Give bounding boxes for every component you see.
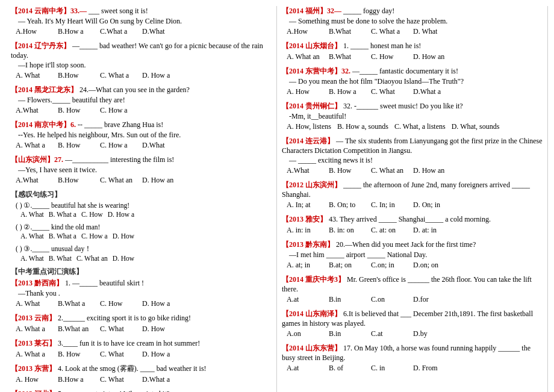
dialog-r1: — Something must be done to solve the ha… <box>289 17 543 26</box>
question-block-q1: 【2014 云南中考】33.— ___ sweet song it is! — … <box>11 6 272 36</box>
options-q5: A.What B.How C. What an D. How an <box>16 176 272 185</box>
practice-section-title: 【感叹句练习】 <box>11 190 272 200</box>
left-column: 【2014 云南中考】33.— ___ sweet song it is! — … <box>6 6 277 392</box>
question-header-r5: 【2014 连云港】 — The six students from Liany… <box>282 136 543 155</box>
question-block-q2: 【2014 辽宁丹东】 —_____ bad weather! We can't… <box>11 41 272 80</box>
pq3-text: ( ) ③._____ unusual day！ <box>16 244 272 254</box>
question-block-r5: 【2014 连云港】 — The six students from Liany… <box>282 136 543 175</box>
options-r4: A. How, listens B. How a, sounds C. What… <box>287 122 543 131</box>
question-block-r9: 【2014 重庆中考3】 Mr. Green's office is _____… <box>282 275 543 304</box>
exam-q3: 【2013 莱石】 3.____ fun it is to have ice c… <box>11 338 272 359</box>
question-block-r6: 【2012 山东滨州】 _____ the afternoon of June … <box>282 180 543 210</box>
options-r10: A.on B.in C.at D.by <box>287 329 543 338</box>
dialog-r4: -Mm, it__beautiful! <box>289 112 543 121</box>
options-q2: A. What B.How C. What a D. How a <box>16 71 272 80</box>
options-r8: A. at; in B.at; on C.on; in D.on; on <box>287 261 543 270</box>
question-header-q2: 【2014 辽宁丹东】 —_____ bad weather! We can't… <box>11 41 272 60</box>
options-q1: A.How B.How a C.What a D.What <box>16 27 272 36</box>
options-q4: A. What a B. How C. How a D.What <box>16 141 272 150</box>
question-header-q4: 【2014 南京中考】6. -- _____ brave Zhang Hua i… <box>11 120 272 130</box>
question-block-q5: 【山东滨州】27. —__________ interesting the fi… <box>11 155 272 185</box>
question-header-r10: 【2014 山东南泽】 6.It is believed that ___ De… <box>282 309 543 328</box>
dialog-q1: — Yeah. It's My Heart Will Go On sung by… <box>18 17 272 26</box>
dialog-q4: --Yes. He helped his neighbour, Mrs. Sun… <box>18 131 272 140</box>
options-q3: A.What B. How C. How a <box>16 106 272 115</box>
practice-q3: ( ) ③._____ unusual day！ A. What B. What… <box>11 244 272 262</box>
question-header-r1: 【2014 福州】32— _____ foggy day! <box>282 6 543 16</box>
question-header-r8: 【2013 黔东南】 20.—When did you meet Jack fo… <box>282 240 543 250</box>
question-header-q5: 【山东滨州】27. —__________ interesting the fi… <box>11 155 272 165</box>
question-header-q3: 【2014 黑龙江龙东】 24.—What can you see in the… <box>11 85 272 95</box>
options-r11: A.at B. of C. in D. From <box>287 364 543 373</box>
dialog-q3: — Flowers._____ beautiful they are! <box>18 96 272 105</box>
pq3-options: A. What B. What C. What an D. How <box>20 255 272 262</box>
eq2-header: 【2013 云南】 2.______ exciting sport it is … <box>11 313 272 323</box>
dialog-q2: —I hope it'll stop soon. <box>18 61 272 70</box>
eq1-dialog: —Thank you . <box>18 289 272 298</box>
options-r2: A. What an B.What C. How D. How an <box>287 52 543 61</box>
exam-section-title: 【中考重点词汇演练】 <box>11 267 272 277</box>
pq1-text: ( ) ①._____ beautiful hat she is wearing… <box>16 201 272 210</box>
options-r5: A.What B. How C. What an D. How an <box>287 166 543 175</box>
question-header-r7: 【2013 雅安】 43. They arrived _____ Shangha… <box>282 214 543 225</box>
options-r3: A. How B. How a C. What D.What a <box>287 87 543 96</box>
pq2-options: A. What B. What a C. How a D. How <box>20 232 272 240</box>
eq4-header: 【2013 东营】 4. Look at the smog (雾霾). ____… <box>11 364 272 374</box>
eq1-options: A. What B.What a C. How D. How a <box>16 299 272 308</box>
question-block-r8: 【2013 黔东南】 20.—When did you meet Jack fo… <box>282 240 543 270</box>
dialog-r8: —I met him _____ airport _____ National … <box>289 250 543 260</box>
question-block-q3: 【2014 黑龙江龙东】 24.—What can you see in the… <box>11 85 272 115</box>
dialog-r3: — Do you mean the hot film "Diaoyou Isla… <box>289 77 543 86</box>
exam-q1: 【2013 黔西南】 1. —_____ beautiful skirt ! —… <box>11 278 272 308</box>
exam-q5: 【2013 河北】 5._____ great picture! Who pai… <box>11 389 272 392</box>
eq4-options: A. How B.How a C. What D.What a <box>16 375 272 384</box>
question-block-r10: 【2014 山东南泽】 6.It is believed that ___ De… <box>282 309 543 338</box>
eq3-header: 【2013 莱石】 3.____ fun it is to have ice c… <box>11 338 272 349</box>
question-header-r11: 【2014 山东东营】 17. On May 10th, a horse was… <box>282 343 543 362</box>
options-r1: A.How B.What C. What a D. What <box>287 27 543 36</box>
question-header-r4: 【2014 贵州铜仁】 32. -______ sweet music! Do … <box>282 101 543 111</box>
eq1-header: 【2013 黔西南】 1. —_____ beautiful skirt ! <box>11 278 272 288</box>
question-header-r6: 【2012 山东滨州】 _____ the afternoon of June … <box>282 180 543 199</box>
eq5-header: 【2013 河北】 5._____ great picture! Who pai… <box>11 389 272 392</box>
question-block-r1: 【2014 福州】32— _____ foggy day! — Somethin… <box>282 6 543 36</box>
question-header-r3: 【2014 东营中考】32. —_____ fantastic document… <box>282 66 543 76</box>
pq1-options: A. What B. What a C. How D. How a <box>20 211 272 218</box>
exam-q4: 【2013 东营】 4. Look at the smog (雾霾). ____… <box>11 364 272 384</box>
question-block-r7: 【2013 雅安】 43. They arrived _____ Shangha… <box>282 214 543 235</box>
question-block-r3: 【2014 东营中考】32. —_____ fantastic document… <box>282 66 543 96</box>
dialog-q5: —Yes, I have seen it twice. <box>18 166 272 175</box>
question-block-r4: 【2014 贵州铜仁】 32. -______ sweet music! Do … <box>282 101 543 131</box>
question-block-r2: 【2014 山东烟台】 1. _____ honest man he is! A… <box>282 41 543 61</box>
question-block-q4: 【2014 南京中考】6. -- _____ brave Zhang Hua i… <box>11 120 272 150</box>
question-header-r9: 【2014 重庆中考3】 Mr. Green's office is _____… <box>282 275 543 294</box>
eq2-options: A. What a B.What an C. What D. How <box>16 325 272 334</box>
question-block-r11: 【2014 山东东营】 17. On May 10th, a horse was… <box>282 343 543 373</box>
pq2-text: ( ) ②._____ kind the old man! <box>16 223 272 231</box>
eq3-options: A. What a B. How C. What D. How a <box>16 350 272 359</box>
options-r7: A. in: in B. in: on C. at: on D. at: in <box>287 226 543 235</box>
options-r9: A.at B.in C.on D.for <box>287 295 543 304</box>
question-header-q1: 【2014 云南中考】33.— ___ sweet song it is! <box>11 6 272 16</box>
dialog-r5: — _____ exciting news it is! <box>289 156 543 165</box>
practice-q2: ( ) ②._____ kind the old man! A. What B.… <box>11 223 272 240</box>
practice-q1: ( ) ①._____ beautiful hat she is wearing… <box>11 201 272 218</box>
right-column: 【2014 福州】32— _____ foggy day! — Somethin… <box>277 6 548 392</box>
options-r6: A. In; at B. On; to C. In; in D. On; in <box>287 201 543 210</box>
question-header-r2: 【2014 山东烟台】 1. _____ honest man he is! <box>282 41 543 51</box>
exam-q2: 【2013 云南】 2.______ exciting sport it is … <box>11 313 272 334</box>
